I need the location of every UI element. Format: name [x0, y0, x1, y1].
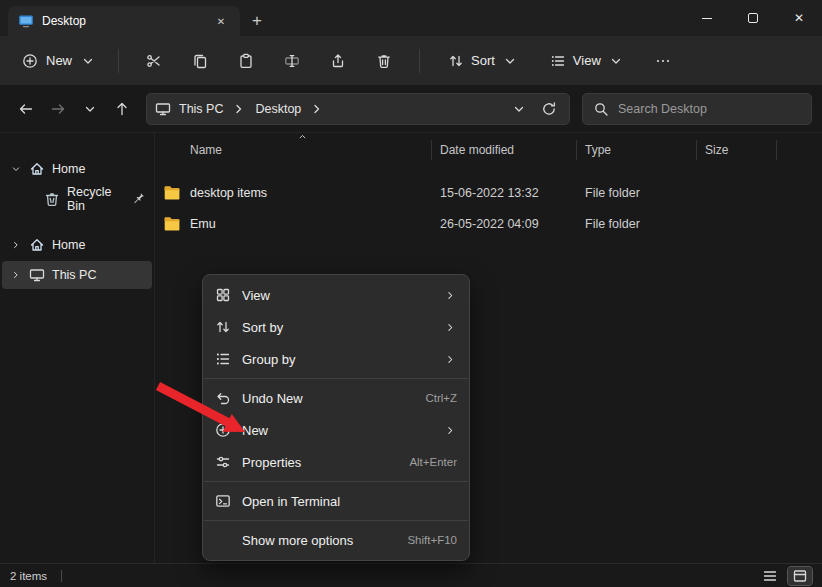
column-header-size[interactable]: Size — [697, 140, 777, 160]
menu-item-label: New — [242, 423, 433, 438]
chevron-right-icon[interactable] — [309, 101, 325, 117]
breadcrumb-desktop[interactable]: Desktop — [251, 99, 305, 119]
column-headers: Name Date modified Type Size — [155, 135, 822, 165]
address-bar[interactable]: This PC Desktop — [146, 93, 570, 125]
breadcrumb-this-pc[interactable]: This PC — [175, 99, 227, 119]
up-button[interactable] — [108, 95, 136, 123]
menu-separator — [204, 378, 468, 379]
forward-button[interactable] — [44, 95, 72, 123]
minimize-button[interactable] — [684, 0, 730, 36]
this-pc-icon — [155, 101, 171, 117]
new-tab-button[interactable]: + — [240, 6, 274, 36]
chevron-down-icon[interactable] — [10, 163, 22, 175]
view-icon — [550, 53, 566, 69]
chevron-down-icon — [80, 53, 96, 69]
menu-item-open-in-terminal[interactable]: Open in Terminal — [203, 485, 469, 517]
undo-icon — [215, 390, 231, 406]
new-button-label: New — [46, 53, 72, 68]
menu-item-view[interactable]: View — [203, 279, 469, 311]
view-toggles — [758, 567, 812, 585]
menu-item-label: Undo New — [242, 391, 414, 406]
search-input[interactable] — [618, 102, 801, 116]
menu-item-sort-by[interactable]: Sort by — [203, 311, 469, 343]
chevron-right-icon[interactable] — [231, 101, 247, 117]
menu-item-new[interactable]: New — [203, 414, 469, 446]
context-menu: View Sort by Group by Undo New Ctrl+Z Ne… — [202, 274, 470, 561]
sort-button[interactable]: Sort — [438, 46, 528, 76]
maximize-button[interactable] — [730, 0, 776, 36]
file-name: desktop items — [190, 186, 267, 200]
sidebar-item-this-pc[interactable]: This PC — [2, 261, 152, 289]
back-button[interactable] — [12, 95, 40, 123]
sidebar-item-home-tree[interactable]: Home — [2, 231, 152, 259]
sidebar-item-label: Recycle Bin — [67, 185, 123, 213]
home-icon — [29, 237, 45, 253]
recent-locations-button[interactable] — [76, 95, 104, 123]
paste-button[interactable] — [227, 44, 265, 78]
file-explorer-window: Desktop ✕ + ✕ New — [0, 0, 822, 587]
column-header-name[interactable]: Name — [155, 140, 432, 160]
rename-icon — [284, 53, 300, 69]
arrow-left-icon — [18, 101, 34, 117]
table-row[interactable]: Emu 26-05-2022 04:09 File folder — [155, 208, 822, 239]
properties-icon — [215, 454, 231, 470]
column-header-type[interactable]: Type — [577, 140, 697, 160]
new-button[interactable]: New — [12, 46, 106, 76]
column-label: Size — [705, 143, 728, 157]
view-button[interactable]: View — [540, 46, 634, 76]
large-icons-view-toggle[interactable] — [788, 567, 812, 585]
file-name-cell[interactable]: Emu — [155, 215, 432, 233]
more-options-button[interactable] — [644, 44, 682, 78]
trash-icon — [376, 53, 392, 69]
menu-item-label: Properties — [242, 455, 398, 470]
sidebar-gap — [0, 215, 154, 229]
delete-button[interactable] — [365, 44, 403, 78]
terminal-icon — [215, 493, 231, 509]
menu-item-undo-new[interactable]: Undo New Ctrl+Z — [203, 382, 469, 414]
sidebar-item-label: This PC — [52, 268, 96, 282]
submenu-chevron-icon — [444, 424, 457, 437]
toolbar-divider — [419, 49, 420, 73]
grid-view-icon — [215, 287, 231, 303]
chevron-right-icon[interactable] — [10, 239, 22, 251]
file-name: Emu — [190, 217, 216, 231]
submenu-chevron-icon — [444, 321, 457, 334]
file-rows: desktop items 15-06-2022 13:32 File fold… — [155, 177, 822, 239]
arrow-up-icon — [114, 101, 130, 117]
file-date: 15-06-2022 13:32 — [432, 186, 577, 200]
status-divider — [61, 570, 62, 582]
ellipsis-icon — [655, 53, 671, 69]
explorer-tab[interactable]: Desktop ✕ — [8, 6, 240, 36]
view-button-label: View — [573, 53, 601, 68]
menu-item-group-by[interactable]: Group by — [203, 343, 469, 375]
refresh-icon[interactable] — [541, 101, 557, 117]
share-button[interactable] — [319, 44, 357, 78]
file-date: 26-05-2022 04:09 — [432, 217, 577, 231]
sidebar-item-home[interactable]: Home — [2, 155, 152, 183]
tab-close-button[interactable]: ✕ — [212, 12, 230, 30]
cut-button[interactable] — [135, 44, 173, 78]
column-header-date-modified[interactable]: Date modified — [432, 140, 577, 160]
table-row[interactable]: desktop items 15-06-2022 13:32 File fold… — [155, 177, 822, 208]
search-box[interactable] — [582, 93, 812, 125]
menu-item-label: Sort by — [242, 320, 433, 335]
group-by-icon — [215, 351, 231, 367]
menu-item-label: Show more options — [242, 533, 396, 548]
close-button[interactable]: ✕ — [776, 0, 822, 36]
pin-icon — [130, 191, 146, 207]
address-dropdown-icon[interactable] — [511, 101, 527, 117]
file-name-cell[interactable]: desktop items — [155, 184, 432, 202]
menu-item-show-more-options[interactable]: Show more options Shift+F10 — [203, 524, 469, 556]
file-type: File folder — [577, 186, 697, 200]
copy-button[interactable] — [181, 44, 219, 78]
navigation-bar: This PC Desktop — [0, 85, 822, 133]
menu-item-properties[interactable]: Properties Alt+Enter — [203, 446, 469, 478]
rename-button[interactable] — [273, 44, 311, 78]
details-view-toggle[interactable] — [758, 567, 782, 585]
column-label: Type — [585, 143, 611, 157]
chevron-right-icon[interactable] — [10, 269, 22, 281]
sidebar-item-recycle-bin[interactable]: Recycle Bin — [2, 185, 152, 213]
cut-icon — [146, 53, 162, 69]
menu-separator — [204, 520, 468, 521]
chevron-down-icon — [502, 53, 518, 69]
